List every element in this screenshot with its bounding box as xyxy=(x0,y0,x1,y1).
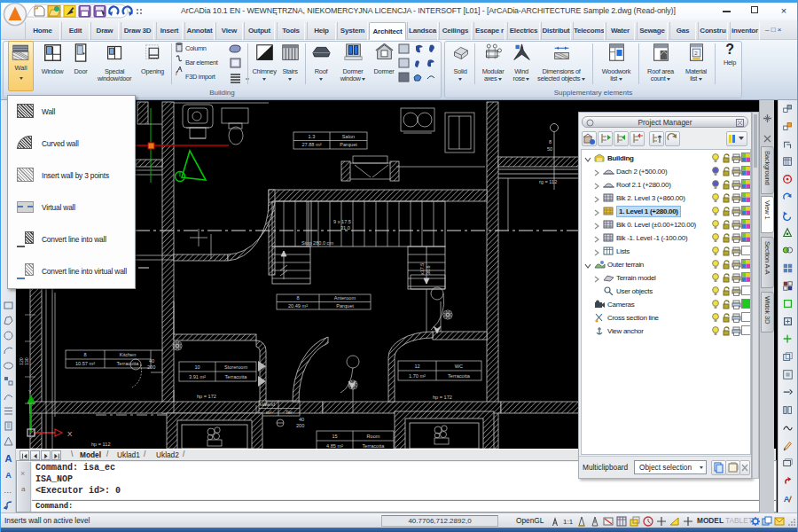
svg-text:130: 130 xyxy=(24,357,29,365)
svg-text:Salon: Salon xyxy=(342,134,355,139)
svg-text:Kitchen: Kitchen xyxy=(120,352,137,357)
svg-text:15: 15 xyxy=(332,434,337,439)
svg-text:10.57 m²: 10.57 m² xyxy=(75,361,95,366)
svg-text:m²: m² xyxy=(266,410,272,415)
svg-text:200: 200 xyxy=(147,364,155,370)
svg-text:Terracotta: Terracotta xyxy=(225,374,248,379)
svg-text:20.49 m²: 20.49 m² xyxy=(288,303,308,309)
svg-text:Parquet: Parquet xyxy=(340,142,357,147)
svg-text:X: X xyxy=(67,430,73,438)
svg-text:Room: Room xyxy=(367,434,380,439)
svg-text:Anteroom: Anteroom xyxy=(334,295,356,301)
svg-text:10: 10 xyxy=(194,364,200,370)
svg-text:Y: Y xyxy=(28,389,32,395)
svg-text:1.3: 1.3 xyxy=(309,134,316,139)
svg-text:12: 12 xyxy=(414,364,419,369)
svg-text:A: A xyxy=(784,494,790,504)
svg-text:Terracotta: Terracotta xyxy=(363,443,386,449)
svg-text:1:1: 1:1 xyxy=(563,518,574,526)
svg-text:8: 8 xyxy=(549,139,552,145)
svg-text:Parquet: Parquet xyxy=(336,303,354,309)
svg-text:40: 40 xyxy=(299,417,304,422)
svg-text:x17.5: x17.5 xyxy=(419,263,425,275)
svg-text:4.85 m²: 4.85 m² xyxy=(326,443,343,449)
svg-text:Storeroom: Storeroom xyxy=(224,364,247,370)
svg-text:3.91 m²: 3.91 m² xyxy=(189,374,206,379)
svg-text:31.0: 31.0 xyxy=(340,225,350,231)
svg-text:8: 8 xyxy=(83,352,86,357)
svg-text:Ter: Ter xyxy=(286,410,293,415)
svg-text:WC: WC xyxy=(455,364,463,369)
svg-text:27.88 m²: 27.88 m² xyxy=(301,142,321,147)
svg-text:1.70 m²: 1.70 m² xyxy=(409,373,426,379)
svg-text:50: 50 xyxy=(547,146,552,152)
svg-text:hp = 172: hp = 172 xyxy=(197,394,216,399)
svg-text:8: 8 xyxy=(296,295,299,301)
svg-text:40: 40 xyxy=(149,358,154,364)
svg-text:Terracotta: Terracotta xyxy=(448,373,471,379)
svg-text:hp = 172: hp = 172 xyxy=(433,395,452,400)
svg-text:hp = 112: hp = 112 xyxy=(91,442,111,447)
svg-text:Terracotta: Terracotta xyxy=(117,361,140,366)
svg-text:9 x 17.5: 9 x 17.5 xyxy=(333,219,351,224)
svg-text:30.6: 30.6 xyxy=(426,266,431,276)
svg-text:200: 200 xyxy=(296,423,304,428)
svg-text:Stop 280.0 cm: Stop 280.0 cm xyxy=(301,240,333,246)
svg-text:Wand: Wand xyxy=(262,402,275,407)
